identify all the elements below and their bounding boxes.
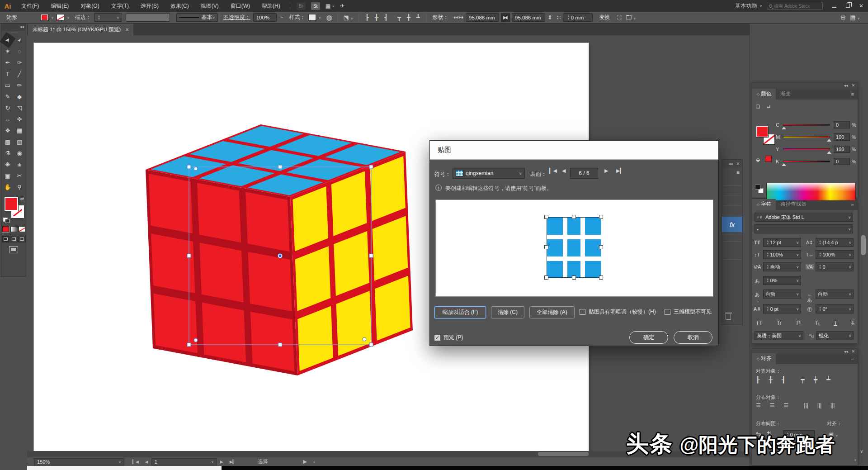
symbol-select[interactable]: qingsemian ∨ [453, 168, 525, 179]
previous-artboard-button[interactable]: ◀ [145, 460, 148, 464]
align-left-icon[interactable]: ┠ [756, 376, 760, 383]
ok-button[interactable]: 确定 [629, 331, 668, 344]
align-bottom-icon[interactable]: ┻ [413, 14, 423, 21]
scale-tool[interactable]: ◹ [14, 102, 25, 114]
none-mode-button[interactable] [19, 226, 25, 232]
font-family-select[interactable]: ⌕∨ Adobe 宋体 Std L ∨ [755, 213, 853, 222]
fill-color-swatch[interactable] [41, 14, 48, 21]
symbol-handle[interactable] [599, 275, 603, 280]
align-top-icon[interactable]: ┯ [801, 376, 804, 383]
color-mode-button[interactable] [2, 226, 9, 232]
swap-fill-stroke-icon[interactable]: ⇄ [20, 196, 24, 201]
transform-link[interactable]: 变换 [599, 14, 610, 21]
distribute-top-icon[interactable]: ☰ [756, 402, 761, 408]
search-input[interactable] [774, 4, 821, 9]
anti-alias-select[interactable]: 锐化∨ [816, 331, 854, 340]
magenta-value-field[interactable]: 100 [834, 133, 850, 141]
menu-window[interactable]: 窗口(W) [225, 0, 256, 12]
align-right-icon[interactable]: ┨ [381, 14, 391, 21]
first-surface-button[interactable]: ▎◀ [549, 168, 557, 174]
minimize-button[interactable] [827, 3, 841, 9]
strikethrough-button[interactable]: T [851, 320, 854, 326]
align-right-icon[interactable]: ┨ [782, 376, 785, 383]
workspace-switcher[interactable]: 基本功能 [735, 2, 757, 10]
cancel-button[interactable]: 取消 [674, 331, 712, 344]
magenta-slider[interactable] [783, 136, 830, 138]
symbol-handle[interactable] [599, 245, 603, 249]
chevron-down-icon[interactable]: ∨ [67, 16, 70, 19]
dock-scrollbar-thumb[interactable] [861, 235, 866, 255]
shape-height-field[interactable]: 95.086 mm [512, 13, 545, 22]
artboard-navigation-select[interactable]: 1∨ [151, 458, 217, 465]
fx-button[interactable]: fx [722, 217, 742, 232]
align-v-center-icon[interactable]: ┿ [814, 376, 817, 383]
pen-tool[interactable]: ✒ [2, 57, 14, 68]
slider-marker[interactable] [827, 139, 831, 142]
black-swatch[interactable] [755, 185, 760, 190]
align-left-icon[interactable]: ┠ [362, 14, 372, 21]
scroll-left-icon[interactable]: ‹ [313, 459, 315, 465]
close-tab-icon[interactable]: ✕ [125, 27, 129, 32]
line-segment-tool[interactable]: ╱ [14, 68, 25, 80]
distribute-bottom-icon[interactable]: ☰ [784, 402, 789, 408]
arrange-documents-icon[interactable]: ▦ ∨ [326, 3, 335, 9]
collapse-panel-icon[interactable]: ◂◂ [844, 83, 848, 88]
width-tool[interactable]: ↔ [2, 114, 14, 125]
zoom-tool[interactable]: ⚲ [14, 181, 25, 193]
rectangle-tool[interactable]: ▭ [2, 80, 14, 91]
invisible-geometry-checkbox[interactable]: 三维模型不可见 [665, 308, 712, 316]
slider-marker[interactable] [827, 151, 831, 154]
checkbox-icon[interactable]: ✓ [434, 335, 440, 341]
tab-character[interactable]: ◇字符 [752, 199, 776, 210]
menu-help[interactable]: 帮助(H) [256, 0, 286, 12]
paintbrush-tool[interactable]: ✏ [14, 80, 25, 91]
collapse-panel-icon[interactable]: ◂◂ [1, 24, 26, 31]
distribute-right-icon[interactable]: ||| [830, 402, 835, 408]
shaper-tool[interactable]: ✎ [2, 91, 14, 102]
symbol-handle[interactable] [599, 215, 603, 219]
align-v-center-icon[interactable]: ╋ [404, 14, 413, 21]
tracking-field[interactable]: ∧∨ 0∨ [816, 262, 854, 271]
perspective-grid-tool[interactable]: ▦ [14, 125, 25, 136]
tab-gradient[interactable]: 渐变 [776, 89, 795, 100]
duplicate-swatch-icon[interactable]: ❏ [756, 104, 760, 109]
yellow-slider[interactable] [783, 148, 830, 150]
corner-radius-field[interactable]: ∧∨ 0 mm [563, 13, 593, 22]
stock-search[interactable] [767, 2, 823, 10]
small-caps-button[interactable]: Tr [777, 320, 782, 326]
document-tab[interactable]: 未标题-1* @ 150% (CMYK/GPU 预览) ✕ [28, 24, 133, 35]
first-artboard-button[interactable]: ▎◀ [132, 460, 139, 464]
shape-options-icon[interactable]: ⬔ ∨ [344, 14, 354, 21]
clear-button[interactable]: 清除 (C) [491, 306, 524, 318]
stroke-color-swatch[interactable] [57, 14, 64, 21]
stroke-weight-select[interactable]: ∧∨ ∨ [94, 13, 122, 22]
black-value-field[interactable]: 0 [834, 158, 850, 165]
symbol-handle[interactable] [544, 275, 548, 280]
black-slider[interactable] [783, 161, 830, 162]
symbol-handle[interactable] [544, 215, 548, 219]
rotate-tool[interactable]: ↻ [2, 102, 14, 114]
next-artboard-button[interactable]: ▶ [220, 460, 223, 464]
recolor-artwork-icon[interactable]: ◍ [326, 14, 332, 22]
opacity-field[interactable]: 100% [253, 13, 277, 22]
collapse-panel-icon[interactable]: ◂◂ [844, 349, 848, 354]
corner-widget-icon[interactable]: ∷ [557, 14, 561, 21]
aki-right-field[interactable]: 自动∨ [816, 290, 854, 299]
font-style-select[interactable]: - ∨ [755, 224, 853, 233]
fill-color-well[interactable] [756, 126, 769, 138]
column-graph-tool[interactable]: ılı [14, 159, 25, 170]
horizontal-scale-field[interactable]: ∧∨ 100%∨ [816, 250, 854, 259]
bridge-icon[interactable]: Br [297, 2, 306, 10]
cyan-value-field[interactable]: 0 [834, 121, 850, 128]
opacity-label[interactable]: 不透明度： [223, 14, 250, 21]
menu-view[interactable]: 视图(V) [195, 0, 225, 12]
symbol-sprayer-tool[interactable]: ❋ [2, 159, 14, 170]
swap-colors-icon[interactable]: ⇄ [767, 104, 770, 109]
tab-align[interactable]: ◇对齐 [752, 353, 776, 364]
cyan-slider[interactable] [783, 124, 830, 126]
align-h-center-icon[interactable]: ╂ [372, 14, 381, 21]
menu-select[interactable]: 选择(S) [135, 0, 165, 12]
status-flyout-icon[interactable]: ▶ [303, 459, 307, 465]
shape-width-field[interactable]: 95.086 mm [466, 13, 499, 22]
chevron-down-icon[interactable]: ∨ [319, 16, 321, 19]
